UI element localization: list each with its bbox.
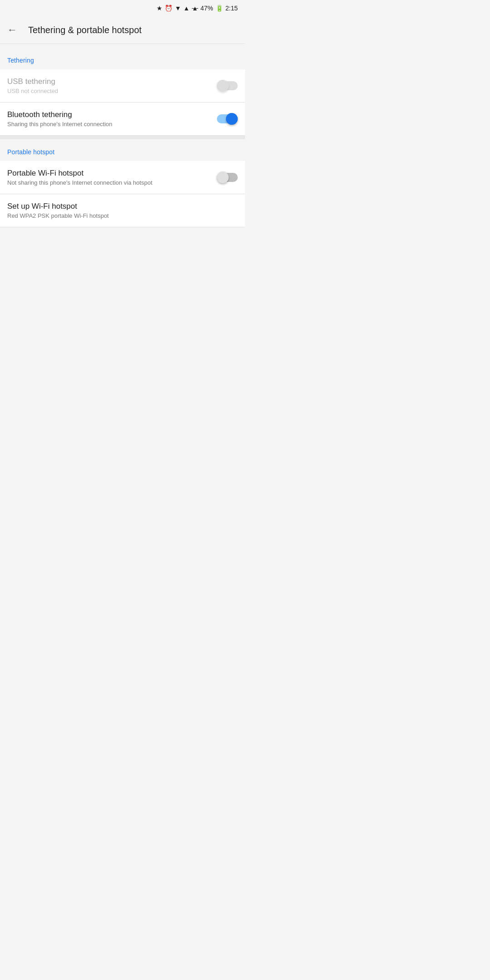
bluetooth-toggle-thumb [226, 113, 238, 125]
page-title: Tethering & portable hotspot [28, 25, 142, 35]
bluetooth-tethering-subtitle: Sharing this phone's Internet connection [7, 121, 217, 127]
back-button[interactable]: ← [7, 24, 17, 36]
status-bar: ★ ⏰ ▼ ▲ ▲ 47% 🔋 2:15 [0, 0, 245, 16]
portable-wifi-hotspot-row[interactable]: Portable Wi-Fi hotspot Not sharing this … [0, 161, 245, 194]
portable-wifi-toggle-thumb [217, 172, 229, 183]
battery-icon: 🔋 [216, 5, 223, 12]
signal-x-icon: ▲ [192, 5, 198, 12]
row-divider-4 [0, 227, 245, 227]
page-header: ← Tethering & portable hotspot [0, 16, 245, 44]
setup-wifi-hotspot-subtitle: Red WPA2 PSK portable Wi-Fi hotspot [7, 212, 238, 219]
bluetooth-tethering-toggle[interactable] [217, 113, 238, 125]
portable-wifi-hotspot-title: Portable Wi-Fi hotspot [7, 169, 217, 178]
wifi-icon: ▼ [175, 5, 181, 12]
alarm-icon: ⏰ [165, 5, 172, 12]
usb-tethering-toggle[interactable] [217, 80, 238, 92]
bluetooth-icon: ★ [157, 5, 162, 12]
status-icons: ★ ⏰ ▼ ▲ ▲ 47% 🔋 2:15 [157, 5, 238, 12]
usb-toggle-track [217, 81, 238, 90]
setup-wifi-hotspot-content: Set up Wi-Fi hotspot Red WPA2 PSK portab… [7, 202, 238, 219]
bluetooth-tethering-title: Bluetooth tethering [7, 110, 217, 119]
usb-toggle-thumb [217, 80, 229, 92]
usb-tethering-row: USB tethering USB not connected [0, 69, 245, 102]
portable-wifi-toggle[interactable] [217, 172, 238, 183]
battery-percent: 47% [201, 5, 213, 12]
signal-icon: ▲ [183, 5, 190, 12]
setup-wifi-hotspot-title: Set up Wi-Fi hotspot [7, 202, 238, 211]
tethering-section-header: Tethering [0, 48, 245, 69]
usb-tethering-subtitle: USB not connected [7, 88, 217, 94]
portable-wifi-hotspot-subtitle: Not sharing this phone's Internet connec… [7, 179, 217, 186]
bluetooth-tethering-row[interactable]: Bluetooth tethering Sharing this phone's… [0, 103, 245, 135]
section-divider [0, 136, 245, 139]
top-spacer [0, 44, 245, 48]
usb-tethering-title: USB tethering [7, 77, 217, 86]
usb-tethering-content: USB tethering USB not connected [7, 77, 217, 94]
bluetooth-tethering-content: Bluetooth tethering Sharing this phone's… [7, 110, 217, 127]
status-time: 2:15 [225, 5, 238, 12]
portable-hotspot-section-header: Portable hotspot [0, 139, 245, 161]
setup-wifi-hotspot-row[interactable]: Set up Wi-Fi hotspot Red WPA2 PSK portab… [0, 194, 245, 227]
portable-wifi-hotspot-content: Portable Wi-Fi hotspot Not sharing this … [7, 169, 217, 186]
